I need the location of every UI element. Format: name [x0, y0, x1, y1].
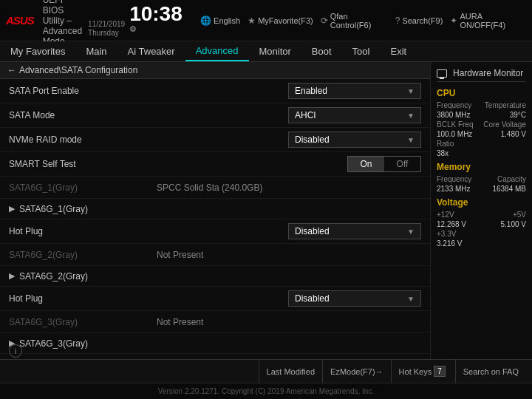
sata-port-enable-dropdown[interactable]: Enabled ▼	[288, 83, 421, 99]
nav-my-favorites[interactable]: My Favorites	[0, 41, 75, 61]
sata6g1-info-value: SPCC Solid Sta (240.0GB)	[157, 183, 421, 193]
hot-plug-2-dropdown[interactable]: Disabled ▼	[288, 290, 421, 307]
hw-v33-label: +3.3V	[437, 230, 456, 238]
sata6g2-expand-label: SATA6G_2(Gray)	[19, 271, 88, 282]
dropdown-arrow-3: ▼	[407, 136, 415, 144]
hw-v33-value: 3.216 V	[437, 239, 462, 248]
hw-bclk-value: 100.0 MHz	[437, 130, 472, 138]
setting-row-hot-plug-1: Hot Plug Disabled ▼	[0, 219, 430, 244]
nav-advanced[interactable]: Advanced	[185, 41, 249, 61]
hw-core-label: Core Voltage	[483, 120, 526, 129]
expand-icon-2: ▶	[9, 271, 15, 281]
hw-ratio-value: 38x	[437, 149, 449, 157]
sata6g1-info-label: SATA6G_1(Gray)	[9, 183, 157, 193]
dropdown-arrow-4: ▼	[407, 228, 415, 236]
nav-exit[interactable]: Exit	[380, 41, 417, 61]
favorites-icon: ★	[248, 16, 256, 26]
hw-v12-value: 12.268 V	[437, 220, 466, 228]
hw-monitor-title: Hardware Monitor	[437, 68, 526, 82]
footer-bar: Last Modified EzMode(F7) → Hot Keys 7 Se…	[0, 359, 532, 383]
aura-label: AURA ON/OFF(F4)	[460, 12, 526, 30]
aura-button[interactable]: ✦ AURA ON/OFF(F4)	[450, 12, 526, 30]
search-label: Search(F9)	[402, 16, 443, 25]
smart-label: SMART Self Test	[9, 159, 157, 169]
hw-v33-val-row: 3.216 V	[437, 239, 526, 248]
day-text: Thursday	[88, 29, 125, 38]
sata6g2-info-label: SATA6G_2(Gray)	[9, 250, 157, 260]
info-icon[interactable]: i	[9, 344, 22, 358]
nav-ai-tweaker[interactable]: Ai Tweaker	[117, 41, 185, 61]
bios-title: UEFI BIOS Utility – Advanced Mode	[43, 0, 82, 47]
nav-bar: My Favorites Main Ai Tweaker Advanced Mo…	[0, 41, 532, 62]
setting-row-nvme-raid: NVMe RAID mode Disabled ▼	[0, 128, 430, 152]
sata6g1-expand-label: SATA6G_1(Gray)	[19, 204, 88, 214]
datetime-block: 11/21/2019 Thursday 10:38 ⚙	[88, 4, 190, 38]
ezmode-label: EzMode(F7)	[330, 367, 375, 376]
last-modified-item[interactable]: Last Modified	[259, 360, 322, 383]
sata6g3-expand-row[interactable]: ▶ SATA6G_3(Gray)	[0, 333, 430, 354]
smart-control: On Off	[347, 156, 421, 172]
smart-on-btn[interactable]: On	[348, 157, 384, 171]
myfavorite-label: MyFavorite(F3)	[258, 16, 313, 25]
ezmode-item[interactable]: EzMode(F7) →	[322, 360, 391, 383]
search-icon: ?	[395, 16, 400, 26]
language-button[interactable]: 🌐 English	[200, 12, 240, 30]
hw-cpu-freq-value: 3800 MHz	[437, 111, 471, 119]
nav-main[interactable]: Main	[75, 41, 117, 61]
hw-cpu-freq-val-row: 3800 MHz 39°C	[437, 111, 526, 119]
copyright-text: Version 2.20.1271. Copyright (C) 2019 Am…	[158, 387, 374, 395]
sata-port-enable-value: Enabled	[295, 86, 327, 96]
sata-mode-dropdown[interactable]: AHCI ▼	[288, 107, 421, 123]
hot-plug-1-dropdown[interactable]: Disabled ▼	[288, 223, 421, 239]
hw-mem-freq-val-row: 2133 MHz 16384 MB	[437, 185, 526, 193]
nav-boot[interactable]: Boot	[301, 41, 342, 61]
dropdown-arrow: ▼	[407, 87, 415, 95]
hw-v12-label: +12V	[437, 211, 454, 219]
qfan-icon: ⟳	[321, 16, 328, 26]
setting-row-sata-mode: SATA Mode AHCI ▼	[0, 103, 430, 128]
top-bar: ASUS UEFI BIOS Utility – Advanced Mode 1…	[0, 0, 532, 41]
sata6g3-info-label: SATA6G_3(Gray)	[9, 317, 157, 327]
setting-row-sata6g2-info: SATA6G_2(Gray) Not Present	[0, 244, 430, 266]
hw-cpu-freq-label: Frequency	[437, 101, 471, 109]
hw-mem-freq-row: Frequency Capacity	[437, 175, 526, 183]
hw-bclk-val-row: 100.0 MHz 1.480 V	[437, 130, 526, 138]
hw-cpu-freq-row: Frequency Temperature	[437, 101, 526, 109]
smart-off-btn[interactable]: Off	[384, 157, 420, 171]
gear-icon[interactable]: ⚙	[129, 24, 137, 33]
top-icons: 🌐 English ★ MyFavorite(F3) ⟳ Qfan Contro…	[200, 12, 526, 30]
hot-plug-1-value: Disabled	[295, 226, 330, 236]
sata-mode-value: AHCI	[295, 110, 316, 120]
smart-toggle: On Off	[347, 156, 421, 172]
nav-tool[interactable]: Tool	[342, 41, 381, 61]
language-icon: 🌐	[200, 16, 211, 26]
sata-mode-label: SATA Mode	[9, 110, 157, 120]
nav-monitor[interactable]: Monitor	[249, 41, 301, 61]
hw-v12-row: +12V +5V	[437, 211, 526, 219]
hw-cpu-temp-label: Temperature	[485, 101, 526, 109]
setting-row-hot-plug-2: Hot Plug Disabled ▼	[0, 287, 430, 311]
hw-mem-freq-value: 2133 MHz	[437, 185, 471, 193]
hotkeys-item[interactable]: Hot Keys 7	[391, 360, 455, 383]
left-panel: ← Advanced\SATA Configuration SATA Port …	[0, 62, 430, 359]
hotkeys-key: 7	[434, 366, 446, 377]
search-faq-item[interactable]: Search on FAQ	[455, 360, 526, 383]
aura-icon: ✦	[450, 16, 457, 26]
search-button[interactable]: ? Search(F9)	[395, 12, 443, 30]
breadcrumb: ← Advanced\SATA Configuration	[0, 62, 430, 79]
dropdown-arrow-2: ▼	[407, 112, 415, 120]
back-arrow[interactable]: ←	[7, 65, 16, 75]
myfavorite-button[interactable]: ★ MyFavorite(F3)	[248, 12, 313, 30]
setting-row-sata-port-enable: SATA Port Enable Enabled ▼	[0, 79, 430, 103]
qfan-button[interactable]: ⟳ Qfan Control(F6)	[321, 12, 388, 30]
setting-row-smart: SMART Self Test On Off	[0, 152, 430, 177]
hw-mem-cap-label: Capacity	[497, 175, 526, 183]
hw-ratio-val-row: 38x	[437, 149, 526, 157]
hot-plug-1-label: Hot Plug	[9, 226, 157, 236]
sata6g2-expand-row[interactable]: ▶ SATA6G_2(Gray)	[0, 266, 430, 287]
qfan-label: Qfan Control(F6)	[330, 12, 388, 30]
nvme-raid-dropdown[interactable]: Disabled ▼	[288, 132, 421, 148]
hot-plug-2-value: Disabled	[295, 293, 330, 304]
sata6g1-expand-row[interactable]: ▶ SATA6G_1(Gray)	[0, 199, 430, 219]
search-faq-label: Search on FAQ	[463, 367, 519, 376]
